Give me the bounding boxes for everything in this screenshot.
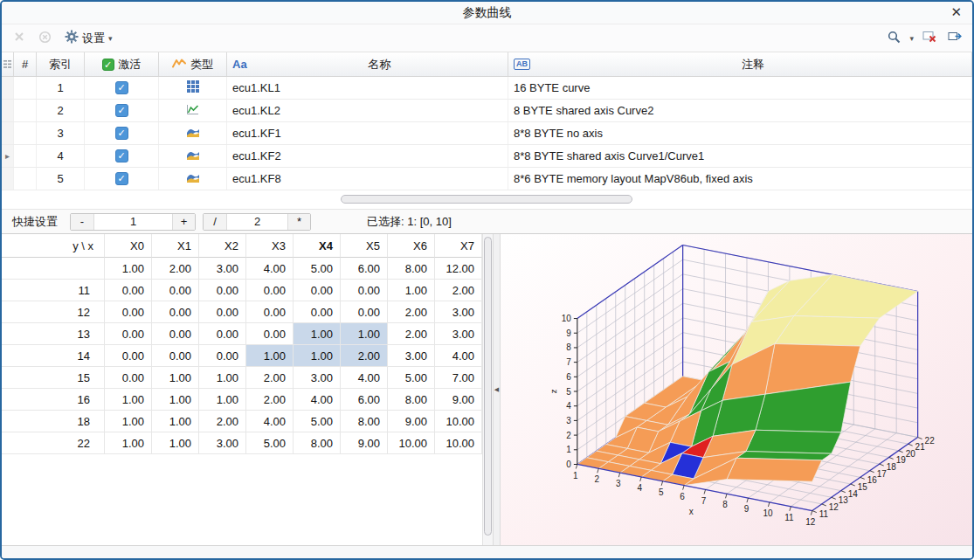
grid-value-cell[interactable]: 1.00	[388, 280, 435, 301]
decrement-button[interactable]: -	[71, 214, 93, 230]
checkbox-checked-icon[interactable]: ✓	[115, 172, 128, 185]
grid-value-cell[interactable]: 2.00	[435, 280, 482, 301]
parameter-name-cell[interactable]: ecu1.KL2	[227, 100, 508, 121]
grid-value-cell[interactable]: 1.00	[105, 411, 152, 432]
search-chevron-down-icon[interactable]: ▾	[909, 34, 914, 43]
grid-value-cell[interactable]: 0.00	[246, 280, 294, 301]
grid-value-cell[interactable]: 10.00	[435, 432, 482, 454]
comment-column-header[interactable]: AB注释	[508, 52, 972, 76]
grid-value-cell[interactable]: 0.00	[152, 345, 199, 367]
grid-value-cell[interactable]: 2.00	[246, 389, 294, 411]
grid-value-cell[interactable]: 10.00	[388, 432, 435, 454]
grid-value-cell[interactable]: 0.00	[105, 367, 152, 389]
grid-value-cell[interactable]: 3.00	[435, 301, 482, 323]
grid-value-cell[interactable]: 4.00	[246, 411, 294, 432]
hash-column-header[interactable]: #	[14, 52, 37, 76]
grid-value-cell[interactable]: 0.00	[341, 301, 388, 323]
parameter-name-cell[interactable]: ecu1.KF8	[227, 168, 508, 190]
grid-value-cell[interactable]: 0.00	[105, 345, 152, 367]
grid-value-cell[interactable]: 8.00	[294, 432, 341, 454]
grid-value-cell[interactable]: 8.00	[388, 389, 435, 411]
grid-value-cell[interactable]: 9.00	[435, 389, 482, 411]
vscrollbar-thumb[interactable]	[484, 237, 492, 536]
grid-value-cell[interactable]: 9.00	[341, 432, 388, 454]
detach-window-button[interactable]	[945, 29, 964, 48]
factor-value[interactable]: 2	[226, 214, 287, 230]
grid-row-header[interactable]: 18	[2, 411, 105, 432]
increment-button[interactable]: +	[172, 214, 195, 230]
horizontal-scrollbar[interactable]	[2, 190, 972, 210]
grid-value-cell[interactable]: 0.00	[199, 345, 246, 367]
grid-value-cell[interactable]: 0.00	[199, 323, 246, 345]
parameter-name-cell[interactable]: ecu1.KF2	[227, 145, 508, 167]
settings-button[interactable]: 设置 ▾	[60, 28, 117, 48]
active-checkbox-cell[interactable]: ✓	[85, 168, 159, 190]
grid-row-header[interactable]: 13	[2, 323, 105, 345]
grid-row-header[interactable]: 14	[2, 345, 105, 367]
grid-value-cell[interactable]: 2.00	[199, 411, 246, 432]
grid-value-cell[interactable]: 0.00	[341, 280, 388, 301]
grid-value-cell[interactable]: 7.00	[435, 367, 482, 389]
grid-axis-value-cell[interactable]: 4.00	[246, 258, 294, 280]
grid-value-cell[interactable]: 0.00	[246, 323, 294, 345]
grid-value-cell[interactable]: 9.00	[388, 411, 435, 432]
grid-value-cell[interactable]: 2.00	[341, 345, 388, 367]
active-checkbox-cell[interactable]: ✓	[85, 77, 159, 99]
surface-plot[interactable]: 012345678910z123456789101112x11121314151…	[501, 234, 972, 545]
grid-value-cell[interactable]: 0.00	[152, 323, 199, 345]
grid-value-cell[interactable]: 0.00	[246, 301, 294, 323]
window-close-button[interactable]: ✕	[950, 4, 962, 20]
checkbox-checked-icon[interactable]: ✓	[115, 127, 128, 140]
grid-value-cell[interactable]: 0.00	[105, 280, 152, 301]
active-checkbox-cell[interactable]: ✓	[85, 122, 159, 144]
grid-axis-value-cell[interactable]: 3.00	[199, 258, 246, 280]
grid-axis-value-cell[interactable]: 6.00	[341, 258, 388, 280]
type-column-header[interactable]: 类型	[159, 52, 227, 76]
grid-value-cell[interactable]: 2.00	[388, 323, 435, 345]
titlebar[interactable]: 参数曲线 ✕	[2, 2, 972, 24]
grid-value-cell[interactable]: 1.00	[199, 367, 246, 389]
grid-value-cell[interactable]: 1.00	[152, 432, 199, 454]
grid-value-cell[interactable]: 2.00	[388, 301, 435, 323]
grid-column-header[interactable]: X0	[105, 234, 152, 258]
active-column-header[interactable]: ✓激活	[85, 52, 159, 76]
param-table-row[interactable]: 2✓ecu1.KL28 BYTE shared axis Curve2	[2, 100, 972, 122]
index-column-header[interactable]: 索引	[37, 52, 85, 76]
grid-value-cell[interactable]: 0.00	[105, 301, 152, 323]
grid-value-cell[interactable]: 8.00	[341, 411, 388, 432]
param-table-row[interactable]: ▸4✓ecu1.KF28*8 BYTE shared axis Curve1/C…	[2, 145, 972, 168]
grid-value-cell[interactable]: 1.00	[199, 389, 246, 411]
grid-value-cell[interactable]: 1.00	[105, 432, 152, 454]
close-views-button[interactable]	[920, 29, 939, 48]
grid-column-header[interactable]: X6	[388, 234, 435, 258]
grid-value-cell[interactable]: 4.00	[294, 389, 341, 411]
grid-value-cell[interactable]: 4.00	[341, 367, 388, 389]
grid-value-cell[interactable]: 1.00	[105, 389, 152, 411]
grid-axis-value-cell[interactable]: 8.00	[388, 258, 435, 280]
grid-value-cell[interactable]: 3.00	[388, 345, 435, 367]
hscrollbar-thumb[interactable]	[341, 195, 632, 204]
grid-column-header[interactable]: X7	[435, 234, 482, 258]
grid-column-header[interactable]: X2	[199, 234, 246, 258]
grid-value-cell[interactable]: 2.00	[246, 367, 294, 389]
grid-value-cell[interactable]: 0.00	[152, 280, 199, 301]
grid-value-cell[interactable]: 1.00	[294, 323, 341, 345]
checkbox-checked-icon[interactable]: ✓	[115, 149, 128, 162]
grid-column-header[interactable]: X4	[294, 234, 341, 258]
splitter[interactable]: ◀	[493, 234, 501, 545]
param-table-row[interactable]: 3✓ecu1.KF18*8 BYTE no axis	[2, 122, 972, 145]
grid-row-header[interactable]: 22	[2, 432, 105, 454]
grid-value-cell[interactable]: 4.00	[435, 345, 482, 367]
grid-column-header[interactable]: X5	[341, 234, 388, 258]
vertical-scrollbar[interactable]	[482, 234, 493, 545]
checkbox-checked-icon[interactable]: ✓	[115, 104, 128, 117]
grid-value-cell[interactable]: 0.00	[199, 301, 246, 323]
grid-value-cell[interactable]: 0.00	[294, 301, 341, 323]
grid-value-cell[interactable]: 3.00	[435, 323, 482, 345]
collapse-left-icon[interactable]: ◀	[494, 386, 499, 393]
grid-value-cell[interactable]: 3.00	[294, 367, 341, 389]
active-checkbox-cell[interactable]: ✓	[85, 100, 159, 121]
remove-button[interactable]	[10, 29, 29, 48]
step-value[interactable]: 1	[93, 214, 172, 230]
multiply-button[interactable]: *	[287, 214, 310, 230]
